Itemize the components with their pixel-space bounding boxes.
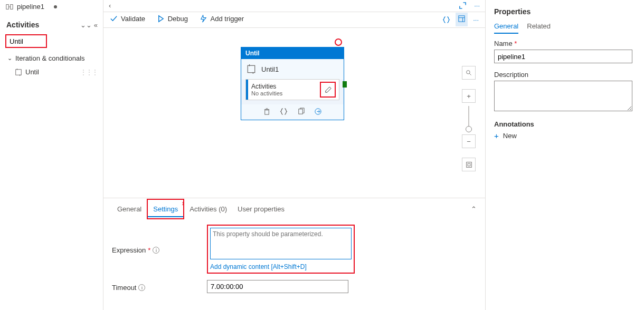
zoom-in-button[interactable]: + — [462, 89, 476, 103]
node-type-label: Until — [241, 47, 344, 59]
pipeline-tab-label: pipeline1 — [17, 3, 44, 11]
add-trigger-label: Add trigger — [211, 15, 244, 23]
until-loop-icon — [247, 64, 256, 74]
expression-input[interactable] — [210, 228, 352, 259]
panel-collapse-icon[interactable]: « — [94, 21, 98, 29]
svg-rect-0 — [6, 4, 8, 9]
play-icon — [157, 15, 165, 23]
canvas-search-button[interactable] — [462, 66, 476, 80]
more-menu-icon[interactable]: ··· — [474, 2, 480, 9]
drag-grip-icon[interactable]: ⋮⋮⋮ — [80, 69, 98, 76]
tab-general[interactable]: General — [112, 200, 147, 218]
chevron-down-icon: ⌄ — [7, 55, 12, 62]
fit-icon — [466, 161, 472, 168]
output-handle[interactable] — [343, 81, 347, 88]
section-iteration-conditionals[interactable]: ⌄ Iteration & conditionals — [0, 51, 103, 65]
activity-label: Until — [25, 68, 39, 76]
expression-label: Expression * i — [112, 225, 207, 274]
unsaved-dot-icon — [54, 5, 57, 8]
collapse-all-icon[interactable]: ⌄⌄ — [80, 21, 92, 29]
pipeline-name-input[interactable] — [494, 50, 632, 63]
active-tab-underline — [148, 216, 183, 217]
tab-user-properties[interactable]: User properties — [232, 200, 290, 218]
add-annotation-button[interactable]: + New — [494, 131, 636, 140]
name-field-label: Name * — [494, 40, 636, 47]
properties-toggle-button[interactable] — [456, 13, 468, 26]
delete-icon[interactable] — [263, 108, 271, 115]
expand-icon[interactable] — [459, 2, 467, 9]
fit-to-screen-button[interactable] — [462, 158, 476, 171]
properties-title: Properties — [494, 7, 636, 16]
required-star: * — [148, 246, 150, 254]
copy-icon[interactable] — [297, 108, 305, 115]
properties-tab-related[interactable]: Related — [527, 22, 551, 33]
tab-user-props-label: User properties — [238, 205, 285, 213]
output-arrow-icon[interactable] — [314, 108, 322, 115]
zoom-slider[interactable] — [468, 106, 469, 131]
tab-settings-label: Settings — [153, 205, 178, 213]
description-label: Description — [494, 71, 636, 79]
trigger-icon — [200, 15, 207, 23]
annotations-label: Annotations — [494, 120, 636, 128]
zoom-thumb[interactable] — [466, 126, 472, 132]
pencil-icon — [324, 86, 332, 94]
svg-rect-17 — [466, 162, 471, 167]
until-loop-icon — [15, 69, 22, 76]
node-sub-text: No activities — [251, 90, 317, 96]
node-name: Until1 — [261, 65, 279, 73]
tab-settings[interactable]: Settings 1 — [147, 199, 184, 219]
description-input[interactable] — [494, 81, 632, 111]
tab-activities[interactable]: Activities (0) — [184, 200, 232, 218]
svg-rect-13 — [299, 109, 303, 114]
more-actions-icon[interactable]: ··· — [473, 16, 479, 24]
svg-point-15 — [466, 70, 470, 74]
properties-tab-general[interactable]: General — [494, 22, 518, 33]
name-field-label-text: Name — [494, 40, 513, 47]
canvas-zoom-controls: + − — [462, 66, 476, 171]
add-trigger-button[interactable]: Add trigger — [200, 15, 244, 23]
debug-label: Debug — [168, 15, 188, 23]
svg-rect-9 — [248, 65, 255, 73]
until-activity-node[interactable]: Until Until1 Activities No activities — [241, 47, 344, 120]
pane-collapse-icon[interactable]: ⌃ — [471, 205, 477, 213]
code-braces-icon[interactable] — [280, 108, 288, 115]
add-dynamic-content-link[interactable]: Add dynamic content [Alt+Shift+D] — [210, 263, 352, 270]
check-icon — [110, 15, 118, 23]
validation-error-icon — [335, 38, 342, 46]
zoom-out-button[interactable]: − — [462, 134, 476, 148]
timeout-input[interactable] — [207, 280, 348, 293]
properties-tab-general-label: General — [494, 22, 518, 30]
tab-activities-label: Activities (0) — [190, 205, 227, 213]
debug-button[interactable]: Debug — [157, 15, 188, 23]
new-annotation-label: New — [503, 132, 517, 140]
svg-rect-1 — [11, 4, 13, 9]
properties-tab-related-label: Related — [527, 22, 551, 30]
svg-rect-10 — [265, 110, 269, 114]
tab-general-label: General — [117, 205, 141, 213]
expression-label-text: Expression — [112, 246, 146, 254]
node-sub-label: Activities — [251, 83, 317, 90]
pipeline-canvas[interactable]: Until Until1 Activities No activities — [103, 28, 485, 198]
validate-button[interactable]: Validate — [110, 15, 145, 23]
info-icon[interactable]: i — [153, 247, 159, 254]
plus-icon: + — [494, 131, 499, 140]
svg-rect-18 — [468, 163, 470, 166]
validate-label: Validate — [121, 15, 145, 23]
edit-activities-button[interactable] — [320, 82, 336, 98]
activities-heading: Activities — [6, 21, 39, 29]
properties-pane-icon — [458, 15, 466, 23]
pipeline-tab[interactable]: pipeline1 — [0, 0, 103, 12]
timeout-label: Timeout i — [112, 280, 207, 293]
svg-line-16 — [469, 73, 471, 75]
info-icon[interactable]: i — [138, 284, 145, 291]
code-braces-icon[interactable] — [442, 16, 450, 24]
svg-rect-5 — [16, 69, 22, 75]
activities-search-input[interactable] — [10, 37, 98, 45]
svg-rect-6 — [459, 16, 465, 22]
activity-until[interactable]: Until ⋮⋮⋮ — [0, 65, 103, 79]
section-label: Iteration & conditionals — [15, 54, 85, 62]
activities-search[interactable] — [5, 34, 47, 48]
required-star: * — [514, 40, 517, 47]
panel-expand-icon[interactable]: ‹ — [109, 2, 111, 9]
timeout-label-text: Timeout — [112, 284, 136, 292]
